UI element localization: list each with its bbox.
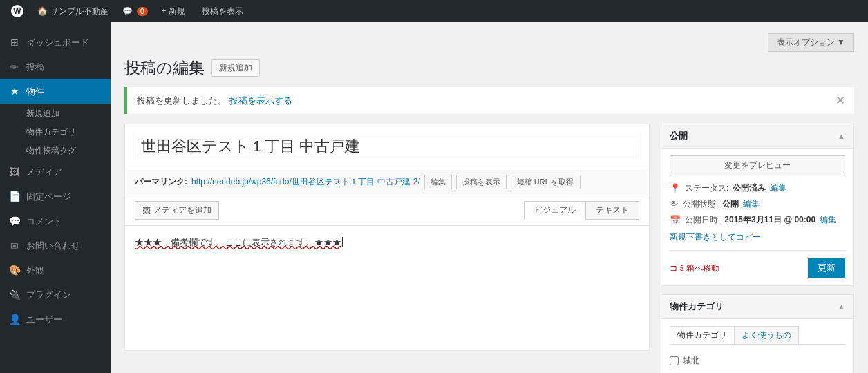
post-title-section <box>125 124 649 169</box>
properties-new-label: 新規追加 <box>26 108 59 118</box>
editor-layout: パーマリンク: http://nendeb.jp/wp36/fudo/世田谷区テ… <box>124 124 854 373</box>
sidebar-appearance-label: 外観 <box>26 265 44 277</box>
editor-content-text: ★★★ 備考欄です。ここに表示されます。★★★ <box>135 237 341 247</box>
sidebar-item-users[interactable]: 👤 ユーザー <box>0 307 111 332</box>
menu-section-main: ⊞ ダッシュボード ✏ 投稿 ★ 物件 新規追加 物件カテゴリ 物件投稿タグ 🖼 <box>0 28 111 335</box>
preview-button[interactable]: 変更をプレビュー <box>670 155 845 175</box>
publish-panel: 公開 ▲ 変更をプレビュー 📍 ステータス: 公開済み 編集 👁 <box>661 124 854 286</box>
trash-link[interactable]: ゴミ箱へ移動 <box>670 262 719 274</box>
publish-panel-header: 公開 ▲ <box>661 124 853 149</box>
sidebar-item-properties-category[interactable]: 物件カテゴリ <box>0 123 111 142</box>
visibility-value: 公開 <box>722 198 739 210</box>
tab-visual[interactable]: ビジュアル <box>524 201 585 220</box>
sidebar-item-properties-new[interactable]: 新規追加 <box>0 104 111 123</box>
update-button[interactable]: 更新 <box>808 258 845 278</box>
notice-message: 投稿を更新しました。 <box>137 95 227 106</box>
screen-options-bar: 表示オプション ▼ <box>124 33 854 52</box>
plugins-icon: 🔌 <box>8 289 21 303</box>
status-edit-link[interactable]: 編集 <box>770 182 786 194</box>
status-row: 📍 ステータス: 公開済み 編集 <box>670 182 845 194</box>
date-value: 2015年3月11日 @ 00:00 <box>724 214 815 226</box>
category-panel-toggle[interactable]: ▲ <box>838 303 845 311</box>
cat-tab-common[interactable]: よく使うもの <box>734 326 799 344</box>
editor-content[interactable]: ★★★ 備考欄です。ここに表示されます。★★★​ <box>125 226 649 350</box>
new-post-button[interactable]: 新規追加 <box>211 59 260 77</box>
visibility-icon: 👁 <box>670 199 679 209</box>
editor-toolbar: 🖼 メディアを追加 ビジュアル テキスト <box>125 195 649 226</box>
contact-icon: ✉ <box>8 240 21 254</box>
adminmenu: ⊞ ダッシュボード ✏ 投稿 ★ 物件 新規追加 物件カテゴリ 物件投稿タグ 🖼 <box>0 22 111 373</box>
add-media-label: メディアを追加 <box>153 204 211 216</box>
post-title-input[interactable] <box>135 133 639 160</box>
publish-panel-toggle[interactable]: ▲ <box>838 132 845 140</box>
wp-icon <box>11 5 23 17</box>
permalink-bar: パーマリンク: http://nendeb.jp/wp36/fudo/世田谷区テ… <box>125 169 649 195</box>
sidebar-pages-label: 固定ページ <box>26 191 71 203</box>
sidebar-item-properties-tags[interactable]: 物件投稿タグ <box>0 142 111 160</box>
cat-label-shiro: 城北 <box>683 355 699 367</box>
cat-tab-all[interactable]: 物件カテゴリ <box>670 326 735 344</box>
permalink-shorturl-button[interactable]: 短縮 URL を取得 <box>511 175 581 189</box>
media-icon: 🖼 <box>8 166 21 180</box>
notice-view-link[interactable]: 投稿を表示する <box>229 95 292 106</box>
sidebar-item-media[interactable]: 🖼 メディア <box>0 160 111 185</box>
notice-text: 投稿を更新しました。 投稿を表示する <box>137 95 292 107</box>
sidebar-item-appearance[interactable]: 🎨 外観 <box>0 258 111 283</box>
comments-bar[interactable]: 💬 0 <box>117 0 153 22</box>
view-posts-label: 投稿を表示 <box>202 6 243 17</box>
wp-logo-bar[interactable] <box>6 0 29 22</box>
status-value: 公開済み <box>733 182 766 194</box>
date-icon: 📅 <box>670 215 681 225</box>
category-panel-header: 物件カテゴリ ▲ <box>661 295 853 319</box>
permalink-label: パーマリンク: <box>135 176 187 188</box>
cat-checkbox-shiro[interactable] <box>670 356 679 365</box>
permalink-view-button[interactable]: 投稿を表示 <box>456 175 507 189</box>
properties-icon: ★ <box>8 85 21 99</box>
sidebar-item-pages[interactable]: 📄 固定ページ <box>0 184 111 209</box>
date-row: 📅 公開日時: 2015年3月11日 @ 00:00 編集 <box>670 214 845 226</box>
sidebar-comments-label: コメント <box>26 216 62 228</box>
sidebar-media-label: メディア <box>26 166 62 178</box>
status-label: ステータス: <box>685 182 728 194</box>
wp-wrapper: ⊞ ダッシュボード ✏ 投稿 ★ 物件 新規追加 物件カテゴリ 物件投稿タグ 🖼 <box>0 22 868 373</box>
site-name-bar[interactable]: 🏠 サンプル不動産 <box>32 0 114 22</box>
notice-close-button[interactable]: ✕ <box>836 94 845 107</box>
permalink-url-text: http://nendeb.jp/wp36/fudo/ <box>191 177 292 186</box>
permalink-url[interactable]: http://nendeb.jp/wp36/fudo/世田谷区テスト１丁目-中古… <box>191 176 420 188</box>
sidebar-item-dashboard[interactable]: ⊞ ダッシュボード <box>0 30 111 55</box>
tab-text[interactable]: テキスト <box>585 201 639 220</box>
cat-item-shiro: 城北 <box>670 353 845 369</box>
main-content: 表示オプション ▼ 投稿の編集 新規追加 投稿を更新しました。 投稿を表示する … <box>111 22 868 373</box>
properties-tags-label: 物件投稿タグ <box>26 146 76 155</box>
permalink-edit-button[interactable]: 編集 <box>424 175 452 189</box>
page-title: 投稿の編集 <box>124 57 205 79</box>
status-icon: 📍 <box>670 183 681 193</box>
category-panel-title: 物件カテゴリ <box>670 300 724 313</box>
editor-text: ★★★ 備考欄です。ここに表示されます。★★★​ <box>135 236 639 250</box>
sidebar-item-contact[interactable]: ✉ お問い合わせ <box>0 234 111 259</box>
sidebar-item-posts[interactable]: ✏ 投稿 <box>0 55 111 80</box>
category-panel: 物件カテゴリ ▲ 物件カテゴリ よく使うもの 城北 <box>661 294 854 373</box>
sidebar-users-label: ユーザー <box>26 314 62 326</box>
copy-draft-link[interactable]: 新規下書きとしてコピー <box>670 231 845 243</box>
date-edit-link[interactable]: 編集 <box>820 214 836 226</box>
new-post-bar[interactable]: + 新規 投稿を表示 <box>156 0 249 22</box>
add-media-button[interactable]: 🖼 メディアを追加 <box>135 201 219 220</box>
screen-options-button[interactable]: 表示オプション ▼ <box>768 33 854 52</box>
admin-bar: 🏠 サンプル不動産 💬 0 + 新規 投稿を表示 <box>0 0 868 22</box>
permalink-slug-text: 世田谷区テスト１丁目-中古戸建-2/ <box>292 177 420 186</box>
appearance-icon: 🎨 <box>8 264 21 278</box>
comment-count-badge: 0 <box>137 7 148 16</box>
editor-tabs: ビジュアル テキスト <box>524 201 639 220</box>
posts-icon: ✏ <box>8 61 21 75</box>
sidebar-panels: 公開 ▲ 変更をプレビュー 📍 ステータス: 公開済み 編集 👁 <box>661 124 854 373</box>
visibility-edit-link[interactable]: 編集 <box>743 198 760 210</box>
page-title-wrap: 投稿の編集 新規追加 <box>124 57 854 79</box>
pages-icon: 📄 <box>8 190 21 204</box>
sidebar-item-comments[interactable]: 💬 コメント <box>0 209 111 234</box>
update-notice: 投稿を更新しました。 投稿を表示する ✕ <box>124 87 854 114</box>
category-panel-body: 物件カテゴリ よく使うもの 城北 <box>661 319 853 373</box>
sidebar-item-plugins[interactable]: 🔌 プラグイン <box>0 283 111 308</box>
sidebar-posts-label: 投稿 <box>26 61 44 73</box>
sidebar-item-properties[interactable]: ★ 物件 <box>0 79 111 104</box>
